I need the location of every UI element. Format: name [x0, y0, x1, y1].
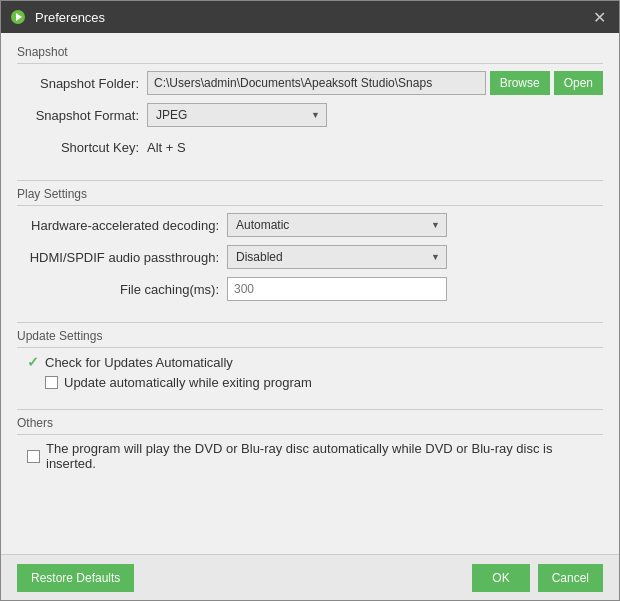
checkmark-icon: ✓ [27, 354, 39, 370]
cache-label: File caching(ms): [17, 282, 227, 297]
shortcut-value: Alt + S [147, 140, 186, 155]
snapshot-format-label: Snapshot Format: [17, 108, 147, 123]
title-bar: Preferences ✕ [1, 1, 619, 33]
snapshot-section-title: Snapshot [17, 45, 603, 64]
snapshot-folder-input[interactable] [147, 71, 486, 95]
cache-input[interactable] [227, 277, 447, 301]
hw-decoding-row: Hardware-accelerated decoding: Automatic… [17, 212, 603, 238]
window-title: Preferences [35, 10, 587, 25]
play-settings-section: Play Settings Hardware-accelerated decod… [17, 187, 603, 308]
cancel-button[interactable]: Cancel [538, 564, 603, 592]
auto-update-row[interactable]: Update automatically while exiting progr… [17, 375, 603, 390]
update-settings-section: Update Settings ✓ Check for Updates Auto… [17, 329, 603, 395]
snapshot-format-select[interactable]: JPEG PNG BMP [147, 103, 327, 127]
hdmi-select-wrap: Disabled Enabled [227, 245, 447, 269]
hw-decoding-select[interactable]: Automatic Disabled Enabled [227, 213, 447, 237]
hdmi-label: HDMI/SPDIF audio passthrough: [17, 250, 227, 265]
snapshot-folder-label: Snapshot Folder: [17, 76, 147, 91]
open-button[interactable]: Open [554, 71, 603, 95]
dvd-row[interactable]: The program will play the DVD or Blu-ray… [17, 441, 603, 471]
snapshot-format-row: Snapshot Format: JPEG PNG BMP [17, 102, 603, 128]
hdmi-select[interactable]: Disabled Enabled [227, 245, 447, 269]
divider-1 [17, 180, 603, 181]
snapshot-folder-row: Snapshot Folder: Browse Open [17, 70, 603, 96]
ok-button[interactable]: OK [472, 564, 529, 592]
file-caching-row: File caching(ms): [17, 276, 603, 302]
auto-update-label: Update automatically while exiting progr… [64, 375, 312, 390]
shortcut-label: Shortcut Key: [17, 140, 147, 155]
divider-2 [17, 322, 603, 323]
snapshot-format-select-wrap: JPEG PNG BMP [147, 103, 327, 127]
close-button[interactable]: ✕ [587, 5, 611, 29]
check-updates-row[interactable]: ✓ Check for Updates Automatically [17, 354, 603, 370]
shortcut-row: Shortcut Key: Alt + S [17, 134, 603, 160]
divider-3 [17, 409, 603, 410]
play-settings-title: Play Settings [17, 187, 603, 206]
restore-defaults-button[interactable]: Restore Defaults [17, 564, 134, 592]
preferences-window: Preferences ✕ Snapshot Snapshot Folder: … [0, 0, 620, 601]
others-title: Others [17, 416, 603, 435]
browse-button[interactable]: Browse [490, 71, 550, 95]
others-section: Others The program will play the DVD or … [17, 416, 603, 476]
update-settings-title: Update Settings [17, 329, 603, 348]
hw-select-wrap: Automatic Disabled Enabled [227, 213, 447, 237]
main-content: Snapshot Snapshot Folder: Browse Open Sn… [1, 33, 619, 554]
footer: Restore Defaults OK Cancel [1, 554, 619, 600]
hw-decoding-label: Hardware-accelerated decoding: [17, 218, 227, 233]
hdmi-row: HDMI/SPDIF audio passthrough: Disabled E… [17, 244, 603, 270]
dvd-label: The program will play the DVD or Blu-ray… [46, 441, 603, 471]
app-icon [9, 8, 27, 26]
check-updates-label: Check for Updates Automatically [45, 355, 233, 370]
snapshot-section: Snapshot Snapshot Folder: Browse Open Sn… [17, 45, 603, 166]
footer-right: OK Cancel [472, 564, 603, 592]
dvd-checkbox[interactable] [27, 450, 40, 463]
auto-update-checkbox[interactable] [45, 376, 58, 389]
